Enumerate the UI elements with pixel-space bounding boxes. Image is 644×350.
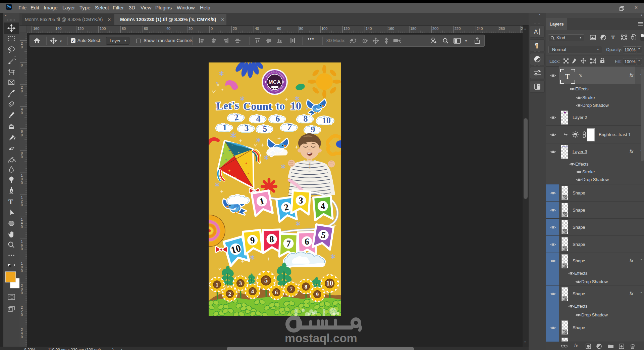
svg-text:4: 4 bbox=[251, 288, 254, 295]
svg-text:100: 100 bbox=[321, 27, 327, 31]
svg-text:0: 0 bbox=[21, 89, 23, 93]
svg-text:5: 5 bbox=[264, 276, 268, 284]
svg-text:40: 40 bbox=[166, 27, 170, 31]
svg-text:0: 0 bbox=[21, 225, 23, 229]
svg-text:100: 100 bbox=[100, 27, 106, 31]
svg-text:0: 0 bbox=[21, 181, 23, 185]
svg-text:20: 20 bbox=[233, 27, 237, 31]
svg-text:200: 200 bbox=[432, 27, 438, 31]
svg-text:40: 40 bbox=[255, 27, 259, 31]
svg-text:Count: Count bbox=[243, 100, 272, 112]
svg-text:A: A bbox=[534, 29, 538, 35]
svg-text:MCA: MCA bbox=[269, 79, 281, 85]
svg-text:10: 10 bbox=[290, 100, 301, 112]
svg-text:1: 1 bbox=[223, 123, 227, 132]
svg-text:140: 140 bbox=[366, 27, 372, 31]
svg-text:0: 0 bbox=[21, 155, 23, 159]
svg-text:4: 4 bbox=[320, 201, 325, 211]
svg-text:7: 7 bbox=[290, 286, 293, 293]
svg-text:10: 10 bbox=[326, 279, 333, 287]
svg-text:Let's: Let's bbox=[216, 99, 239, 112]
svg-text:0: 0 bbox=[21, 133, 23, 137]
svg-text:0: 0 bbox=[21, 111, 23, 115]
svg-text:0: 0 bbox=[21, 63, 23, 67]
svg-text:10: 10 bbox=[322, 116, 331, 125]
svg-text:5: 5 bbox=[263, 124, 267, 134]
svg-text:140: 140 bbox=[55, 27, 61, 31]
svg-text:0: 0 bbox=[21, 291, 23, 295]
svg-text:160: 160 bbox=[33, 27, 39, 31]
svg-text:120: 120 bbox=[343, 27, 350, 31]
svg-text:3: 3 bbox=[298, 195, 304, 206]
svg-text:6: 6 bbox=[275, 289, 278, 296]
svg-text:0: 0 bbox=[21, 335, 23, 339]
svg-text:T: T bbox=[565, 72, 570, 81]
svg-text:0: 0 bbox=[211, 27, 213, 31]
svg-text:T: T bbox=[8, 198, 13, 206]
svg-text:7: 7 bbox=[286, 238, 291, 249]
svg-text:3: 3 bbox=[245, 123, 249, 133]
svg-text:240: 240 bbox=[477, 27, 483, 31]
svg-text:120: 120 bbox=[77, 27, 84, 31]
svg-text:8: 8 bbox=[305, 283, 308, 290]
svg-text:80: 80 bbox=[299, 27, 303, 31]
svg-text:9: 9 bbox=[316, 291, 319, 298]
svg-text:0: 0 bbox=[21, 45, 23, 49]
svg-text:3: 3 bbox=[239, 280, 242, 287]
svg-text:mostaql.com: mostaql.com bbox=[285, 332, 357, 345]
svg-text:0: 0 bbox=[21, 247, 23, 251]
svg-text:80: 80 bbox=[122, 27, 126, 31]
svg-text:»: » bbox=[5, 14, 6, 17]
svg-text:4: 4 bbox=[256, 114, 261, 124]
svg-text:to: to bbox=[276, 100, 285, 112]
svg-text:0: 0 bbox=[21, 203, 23, 207]
svg-text:6: 6 bbox=[276, 114, 280, 124]
svg-text:0: 0 bbox=[21, 269, 23, 273]
svg-text:8: 8 bbox=[304, 114, 308, 124]
svg-text:160: 160 bbox=[388, 27, 394, 31]
svg-text:1: 1 bbox=[216, 281, 219, 288]
svg-text:220: 220 bbox=[454, 27, 461, 31]
svg-text:0: 0 bbox=[21, 313, 23, 317]
svg-text:8: 8 bbox=[269, 234, 274, 244]
svg-text:60: 60 bbox=[277, 27, 281, 31]
svg-text:2: 2 bbox=[228, 291, 231, 297]
svg-text:180: 180 bbox=[410, 27, 416, 31]
svg-text:6: 6 bbox=[305, 236, 310, 247]
svg-text:¶: ¶ bbox=[535, 42, 538, 49]
svg-text:20: 20 bbox=[189, 27, 193, 31]
svg-text:260: 260 bbox=[499, 27, 505, 31]
svg-text:60: 60 bbox=[144, 27, 148, 31]
svg-text:9: 9 bbox=[311, 125, 315, 134]
